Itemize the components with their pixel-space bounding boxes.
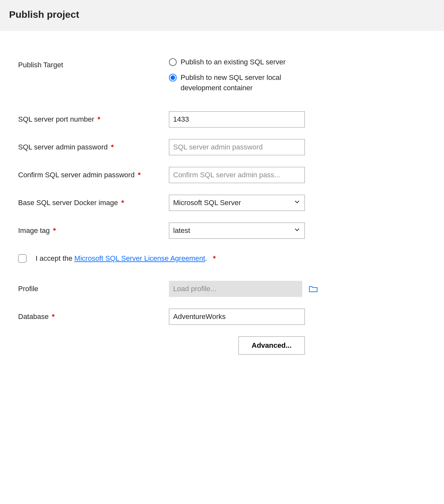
spacer	[18, 336, 169, 340]
publish-target-options: Publish to an existing SQL server Publis…	[169, 57, 305, 93]
docker-image-select[interactable]	[169, 195, 305, 211]
confirm-admin-password-input[interactable]	[169, 167, 305, 183]
row-confirm-admin-password: Confirm SQL server admin password *	[18, 167, 426, 183]
radio-publish-new-container[interactable]	[169, 74, 177, 82]
confirm-admin-password-field-wrap	[169, 167, 305, 183]
license-agreement-link[interactable]: Microsoft SQL Server License Agreement	[74, 254, 205, 262]
row-image-tag: Image tag *	[18, 223, 426, 239]
dialog-content: Publish Target Publish to an existing SQ…	[0, 31, 444, 364]
admin-password-field-wrap	[169, 139, 305, 155]
row-license-accept: I accept the Microsoft SQL Server Licens…	[18, 254, 426, 263]
radio-option-existing: Publish to an existing SQL server	[169, 57, 305, 67]
label-database: Database *	[18, 309, 169, 321]
label-confirm-admin-password: Confirm SQL server admin password *	[18, 167, 169, 179]
required-marker: *	[52, 312, 55, 321]
folder-icon	[309, 285, 318, 293]
database-field-wrap	[169, 309, 305, 325]
required-marker: *	[97, 115, 100, 123]
docker-image-select-wrap	[169, 195, 305, 211]
required-marker: *	[138, 171, 141, 179]
label-admin-password: SQL server admin password *	[18, 139, 169, 151]
image-tag-select[interactable]	[169, 223, 305, 239]
label-database-text: Database	[18, 312, 49, 321]
port-input[interactable]	[169, 111, 305, 127]
dialog-header: Publish project	[0, 0, 444, 31]
profile-field-wrap	[169, 281, 318, 297]
label-image-tag: Image tag *	[18, 223, 169, 235]
image-tag-field-wrap	[169, 223, 305, 239]
required-marker: *	[121, 199, 124, 207]
row-publish-target: Publish Target Publish to an existing SQ…	[18, 57, 426, 93]
image-tag-select-wrap	[169, 223, 305, 239]
label-confirm-admin-password-text: Confirm SQL server admin password	[18, 171, 135, 179]
docker-image-field-wrap	[169, 195, 305, 211]
license-suffix: .	[205, 254, 207, 262]
row-docker-image: Base SQL server Docker image *	[18, 195, 426, 211]
advanced-button[interactable]: Advanced...	[239, 336, 305, 355]
dialog-title: Publish project	[9, 9, 435, 20]
label-docker-image-text: Base SQL server Docker image	[18, 199, 118, 207]
profile-input[interactable]	[169, 281, 302, 297]
license-accept-checkbox[interactable]	[18, 254, 27, 263]
radio-label-new-container: Publish to new SQL server local developm…	[181, 72, 305, 93]
port-field-wrap	[169, 111, 305, 127]
admin-password-input[interactable]	[169, 139, 305, 155]
row-database: Database *	[18, 309, 426, 325]
label-admin-password-text: SQL server admin password	[18, 143, 108, 151]
required-marker: *	[111, 143, 114, 151]
label-image-tag-text: Image tag	[18, 226, 50, 235]
label-port: SQL server port number *	[18, 111, 169, 124]
row-admin-password: SQL server admin password *	[18, 139, 426, 155]
license-prefix: I accept the	[36, 254, 74, 262]
radio-label-existing: Publish to an existing SQL server	[181, 57, 285, 67]
label-profile: Profile	[18, 281, 169, 293]
advanced-col: Advanced...	[169, 336, 305, 355]
radio-publish-existing[interactable]	[169, 58, 177, 66]
radio-option-new-container: Publish to new SQL server local developm…	[169, 72, 305, 93]
database-input[interactable]	[169, 309, 305, 325]
license-accept-text: I accept the Microsoft SQL Server Licens…	[36, 254, 216, 263]
row-port: SQL server port number *	[18, 111, 426, 127]
row-advanced: Advanced...	[18, 336, 426, 355]
required-marker: *	[213, 254, 216, 262]
label-docker-image: Base SQL server Docker image *	[18, 195, 169, 207]
label-port-text: SQL server port number	[18, 115, 94, 123]
label-publish-target: Publish Target	[18, 57, 169, 69]
required-marker: *	[53, 226, 56, 235]
row-profile: Profile	[18, 281, 426, 297]
browse-profile-button[interactable]	[309, 285, 318, 293]
